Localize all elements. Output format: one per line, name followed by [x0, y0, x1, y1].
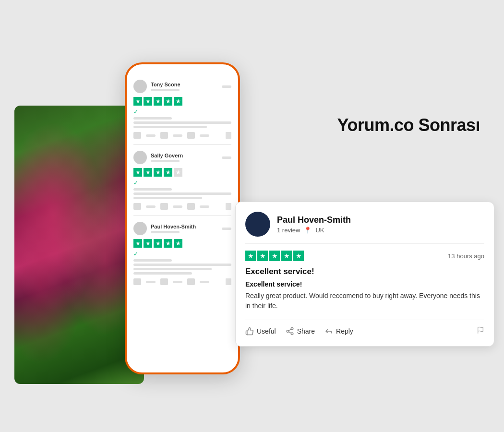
review-stars: ★ ★ ★ ★ ★: [245, 251, 304, 261]
star: ★: [154, 97, 162, 106]
scene: Tony Scone ★ ★ ★ ★ ★ ✓: [0, 0, 504, 432]
review-card: Paul Hoven-Smith 1 review 📍 UK ★ ★ ★ ★ ★…: [235, 202, 494, 347]
thumb-up-icon: [245, 327, 254, 336]
phone-reviewer-sub-3: [151, 231, 180, 233]
thumb-icon: [133, 278, 141, 285]
review-time: 13 hours ago: [448, 252, 484, 260]
flag-icon: [477, 326, 484, 335]
review-star: ★: [257, 251, 268, 261]
review-subtitle: Excellent service!: [245, 280, 484, 288]
reply-icon: [187, 132, 195, 139]
phone-actions-3: [133, 278, 231, 285]
star: ★: [164, 168, 172, 177]
star: ★: [164, 239, 172, 248]
review-star: ★: [245, 251, 256, 261]
star: ★: [144, 239, 152, 248]
phone-stars-2: ★ ★ ★ ★ ★: [133, 168, 231, 177]
phone-stars-3: ★ ★ ★ ★ ★: [133, 239, 231, 248]
reply-button[interactable]: Reply: [324, 327, 353, 336]
review-body: Really great product. Would reccomend to…: [245, 291, 484, 311]
review-title: Excellent service!: [245, 267, 484, 276]
phone-stars-1: ★ ★ ★ ★ ★: [133, 97, 231, 106]
phone-avatar-3: [133, 222, 147, 235]
phone-avatar-1: [133, 80, 147, 93]
reply-label: Reply: [336, 327, 353, 335]
useful-label: Useful: [257, 327, 276, 335]
svg-point-1: [287, 330, 289, 333]
star: ★: [133, 239, 142, 248]
phone-review-3: Paul Hoven-Smith ★ ★ ★ ★ ★ ✓: [133, 216, 231, 291]
page-title: Yorum.co Sonrası: [337, 115, 480, 135]
reviewer-name: Paul Hoven-Smith: [277, 215, 351, 225]
share-button[interactable]: Share: [286, 327, 315, 336]
reviewer-avatar: [245, 212, 270, 237]
review-star: ★: [293, 251, 304, 261]
share-label: Share: [297, 327, 315, 335]
svg-line-4: [288, 329, 291, 331]
reviewer-meta: 1 review 📍 UK: [277, 227, 351, 234]
thumb-icon: [133, 132, 141, 139]
review-star: ★: [269, 251, 280, 261]
pin-icon: 📍: [304, 227, 312, 234]
phone-reviewer-name-3: Paul Hoven-Smith: [151, 224, 218, 229]
phone-review-2: Sally Govern ★ ★ ★ ★ ★ ✓: [133, 145, 231, 216]
phone-dash-2: [222, 156, 231, 159]
star: ★: [174, 239, 182, 248]
phone-mockup: Tony Scone ★ ★ ★ ★ ★ ✓: [125, 62, 240, 374]
reviewer-info: Paul Hoven-Smith 1 review 📍 UK: [277, 215, 351, 234]
share-icon: [160, 132, 168, 139]
phone-reviewer-sub-2: [151, 160, 180, 162]
phone-reviewer-name-2: Sally Govern: [151, 153, 218, 158]
svg-point-2: [291, 333, 293, 335]
review-rating-row: ★ ★ ★ ★ ★ 13 hours ago: [245, 251, 484, 261]
reply-icon: [187, 278, 195, 285]
flag-button[interactable]: [477, 326, 484, 336]
reviewer-location: UK: [315, 227, 324, 234]
svg-point-0: [291, 328, 293, 330]
share-icon: [160, 278, 168, 285]
phone-actions-2: [133, 203, 231, 210]
flag-icon: [226, 203, 231, 210]
phone-dash-3: [222, 228, 231, 230]
phone-review-1: Tony Scone ★ ★ ★ ★ ★ ✓: [133, 74, 231, 145]
reply-icon: [187, 203, 195, 210]
star: ★: [154, 168, 162, 177]
star: ★: [133, 168, 142, 177]
star: ★: [154, 239, 162, 248]
flag-icon: [226, 278, 231, 285]
phone-reviewer-sub-1: [151, 89, 180, 91]
reply-icon: [324, 327, 333, 336]
reviewer-review-count: 1 review: [277, 227, 300, 234]
star: ★: [144, 97, 152, 106]
phone-actions-1: [133, 132, 231, 139]
share-icon: [286, 327, 294, 336]
phone-check-3: ✓: [133, 251, 231, 257]
star: ★: [133, 97, 142, 106]
useful-button[interactable]: Useful: [245, 327, 276, 336]
thumb-icon: [133, 203, 141, 210]
star: ★: [174, 97, 182, 106]
phone-reviewer-name-1: Tony Scone: [151, 82, 218, 87]
phone-check-2: ✓: [133, 180, 231, 186]
review-star: ★: [281, 251, 292, 261]
review-footer: Useful Share Reply: [245, 320, 484, 336]
share-icon: [160, 203, 168, 210]
review-card-header: Paul Hoven-Smith 1 review 📍 UK: [245, 212, 484, 244]
star-empty: ★: [174, 168, 182, 177]
flag-icon: [226, 132, 231, 139]
svg-line-3: [288, 332, 291, 333]
star: ★: [144, 168, 152, 177]
phone-check-1: ✓: [133, 108, 231, 115]
phone-avatar-2: [133, 151, 147, 164]
star: ★: [164, 97, 172, 106]
phone-dash-1: [222, 85, 231, 88]
